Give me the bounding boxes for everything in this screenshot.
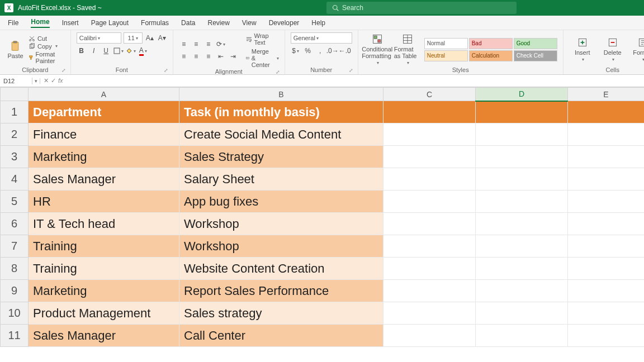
cell[interactable] xyxy=(476,101,568,123)
cell[interactable] xyxy=(476,325,568,347)
menu-review[interactable]: Review xyxy=(207,19,229,27)
align-left-icon[interactable]: ≡ xyxy=(179,51,189,61)
cell[interactable] xyxy=(476,190,568,213)
style-calc[interactable]: Calculation xyxy=(469,50,513,61)
row-header[interactable]: 10 xyxy=(1,302,29,325)
menu-file[interactable]: File xyxy=(8,19,18,27)
font-name-select[interactable]: Calibri xyxy=(77,32,121,44)
cell[interactable] xyxy=(568,235,645,258)
cell[interactable]: Sales Manager xyxy=(29,325,179,347)
cell[interactable] xyxy=(568,101,645,123)
cell[interactable] xyxy=(383,258,476,280)
cell[interactable] xyxy=(383,190,476,213)
col-header-A[interactable]: A xyxy=(29,88,179,101)
cell[interactable]: Sales strategy xyxy=(179,302,383,325)
alignment-launcher-icon[interactable]: ⤢ xyxy=(276,69,280,75)
increase-decimal-icon[interactable]: .0→ xyxy=(328,46,338,56)
menu-formulas[interactable]: Formulas xyxy=(141,19,169,27)
row-header[interactable]: 3 xyxy=(1,146,29,168)
number-launcher-icon[interactable]: ⤢ xyxy=(349,68,353,73)
col-header-D[interactable]: D xyxy=(476,88,568,101)
cell[interactable]: Report Sales Performance xyxy=(179,280,383,302)
row-header[interactable]: 11 xyxy=(1,325,29,347)
font-launcher-icon[interactable]: ⤢ xyxy=(164,68,168,73)
cell[interactable] xyxy=(383,146,476,168)
conditional-formatting-button[interactable]: Conditional Formatting xyxy=(364,34,391,65)
increase-font-icon[interactable]: A▴ xyxy=(145,33,155,43)
font-size-select[interactable]: 11 xyxy=(124,32,143,44)
name-box[interactable]: D12 xyxy=(0,78,32,84)
cell[interactable] xyxy=(476,258,568,280)
underline-button[interactable]: U xyxy=(101,46,111,56)
bold-button[interactable]: B xyxy=(77,46,87,56)
cell[interactable] xyxy=(383,325,476,347)
cell[interactable] xyxy=(568,302,645,325)
cell[interactable] xyxy=(383,235,476,258)
merge-center-button[interactable]: Merge & Center xyxy=(246,48,279,68)
cell[interactable]: Workshop xyxy=(179,235,383,258)
select-all-corner[interactable] xyxy=(1,88,29,101)
enter-formula-icon[interactable]: ✓ xyxy=(51,77,56,84)
cell[interactable]: Create Social Media Content xyxy=(179,123,383,146)
cell[interactable] xyxy=(383,302,476,325)
row-header[interactable]: 8 xyxy=(1,258,29,280)
cell[interactable]: Call Center xyxy=(179,325,383,347)
cell[interactable]: Workshop xyxy=(179,213,383,235)
cell[interactable] xyxy=(476,146,568,168)
cell[interactable] xyxy=(476,302,568,325)
col-header-C[interactable]: C xyxy=(383,88,476,101)
format-cells-button[interactable]: Format xyxy=(629,37,644,62)
cell[interactable] xyxy=(383,213,476,235)
italic-button[interactable]: I xyxy=(89,46,99,56)
align-middle-icon[interactable]: ≡ xyxy=(191,39,201,49)
row-header[interactable]: 1 xyxy=(1,101,29,123)
cell[interactable] xyxy=(383,101,476,123)
cell[interactable]: Sales Strategy xyxy=(179,146,383,168)
percent-format-icon[interactable]: % xyxy=(303,46,313,56)
align-top-icon[interactable]: ≡ xyxy=(179,39,189,49)
cell[interactable]: Product Management xyxy=(29,302,179,325)
comma-format-icon[interactable]: , xyxy=(315,46,325,56)
row-header[interactable]: 4 xyxy=(1,168,29,190)
cell[interactable]: Website Content Creation xyxy=(179,258,383,280)
search-box[interactable]: Search xyxy=(326,2,517,14)
format-as-table-button[interactable]: Format as Table xyxy=(394,34,421,65)
cell[interactable] xyxy=(568,146,645,168)
number-format-select[interactable]: General xyxy=(291,32,352,44)
cut-button[interactable]: Cut xyxy=(29,35,65,42)
paste-button[interactable]: Paste xyxy=(6,40,25,59)
menu-data[interactable]: Data xyxy=(181,19,195,27)
fill-color-button[interactable] xyxy=(126,46,136,56)
font-color-button[interactable]: A xyxy=(138,46,148,56)
insert-cells-button[interactable]: Insert xyxy=(569,37,596,62)
style-bad[interactable]: Bad xyxy=(469,38,513,49)
cell[interactable] xyxy=(568,123,645,146)
cell[interactable]: Sales Manager xyxy=(29,168,179,190)
menu-home[interactable]: Home xyxy=(31,18,49,28)
col-header-B[interactable]: B xyxy=(179,88,383,101)
row-header[interactable]: 2 xyxy=(1,123,29,146)
fx-icon[interactable]: fx xyxy=(58,77,63,84)
style-good[interactable]: Good xyxy=(514,38,557,49)
menu-insert[interactable]: Insert xyxy=(62,19,79,27)
style-neutral[interactable]: Neutral xyxy=(424,50,468,61)
cell[interactable]: Training xyxy=(29,258,179,280)
indent-decrease-icon[interactable]: ⇤ xyxy=(216,51,226,61)
row-header[interactable]: 6 xyxy=(1,213,29,235)
worksheet[interactable]: A B C D E F 1DepartmentTask (in monthly … xyxy=(0,87,644,347)
cell[interactable] xyxy=(476,280,568,302)
format-painter-button[interactable]: Format Painter xyxy=(29,51,65,64)
delete-cells-button[interactable]: Delete xyxy=(599,37,626,62)
align-bottom-icon[interactable]: ≡ xyxy=(203,39,214,49)
cell[interactable] xyxy=(383,123,476,146)
cell[interactable]: Marketing xyxy=(29,146,179,168)
orientation-icon[interactable]: ⟳ xyxy=(216,39,226,49)
cell[interactable] xyxy=(476,213,568,235)
row-header[interactable]: 5 xyxy=(1,190,29,213)
decrease-decimal-icon[interactable]: ←.0 xyxy=(340,46,350,56)
menu-developer[interactable]: Developer xyxy=(269,19,300,27)
border-button[interactable] xyxy=(113,46,124,56)
cell[interactable] xyxy=(568,325,645,347)
align-right-icon[interactable]: ≡ xyxy=(203,51,214,61)
clipboard-launcher-icon[interactable]: ⤢ xyxy=(61,68,66,73)
